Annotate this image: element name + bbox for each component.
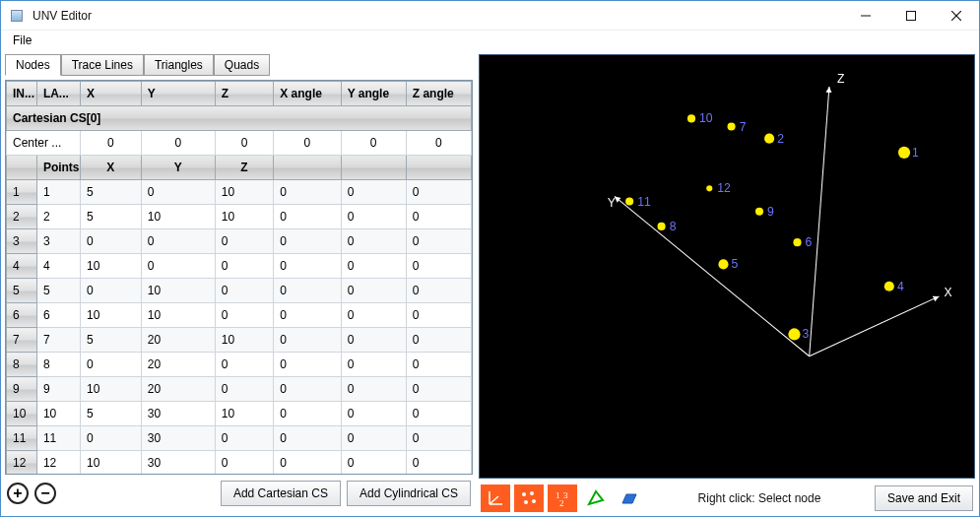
center-cell[interactable]: 0 [141, 131, 215, 156]
scene-node[interactable] [706, 185, 712, 191]
col-header[interactable]: Z angle [406, 82, 471, 106]
cell[interactable]: 0 [406, 426, 471, 451]
cell[interactable]: 0 [274, 180, 341, 205]
close-button[interactable] [934, 1, 979, 31]
cell[interactable]: 0 [274, 402, 341, 426]
add-button[interactable]: + [7, 483, 29, 504]
cell[interactable]: 5 [80, 328, 141, 353]
cell[interactable]: 0 [341, 426, 406, 451]
cell[interactable]: 0 [141, 180, 215, 205]
viewport-3d[interactable]: ZXY123456789101112 [479, 54, 975, 479]
cell[interactable]: 0 [341, 254, 406, 279]
labels-tool-icon[interactable]: 132 [548, 485, 577, 512]
cell[interactable]: 0 [80, 353, 141, 377]
row-index[interactable]: 2 [7, 205, 37, 229]
cell[interactable]: 2 [36, 205, 80, 229]
col-header[interactable]: X [80, 82, 141, 106]
cell[interactable]: 6 [36, 303, 80, 328]
scene-node[interactable] [625, 197, 633, 205]
table-row[interactable]: 7752010000 [7, 328, 472, 353]
cell[interactable]: 0 [215, 377, 274, 402]
table-row[interactable]: 115010000 [7, 180, 472, 205]
cell[interactable]: 0 [341, 205, 406, 229]
row-index[interactable]: 12 [7, 451, 37, 476]
cell[interactable]: 0 [215, 426, 274, 451]
scene-node[interactable] [718, 259, 728, 269]
cell[interactable]: 5 [36, 279, 80, 303]
cell[interactable]: 0 [406, 402, 471, 426]
cell[interactable]: 0 [341, 377, 406, 402]
cell[interactable]: 0 [215, 303, 274, 328]
cell[interactable]: 10 [80, 254, 141, 279]
scene-node[interactable] [755, 208, 763, 216]
cell[interactable]: 0 [406, 353, 471, 377]
cell[interactable]: 0 [80, 229, 141, 254]
cell[interactable]: 30 [141, 426, 215, 451]
scene-node[interactable] [728, 122, 736, 130]
cell[interactable]: 30 [141, 451, 215, 476]
tab-quads[interactable]: Quads [214, 54, 270, 76]
scene-node[interactable] [898, 147, 910, 159]
col-header[interactable]: Y [141, 82, 215, 106]
scene-node[interactable] [788, 328, 800, 340]
cell[interactable]: 0 [215, 279, 274, 303]
col-header[interactable]: IN... [7, 82, 37, 106]
row-index[interactable]: 1 [7, 180, 37, 205]
cell[interactable]: 0 [341, 328, 406, 353]
center-cell[interactable]: 0 [341, 131, 406, 156]
cell[interactable]: 0 [406, 254, 471, 279]
add-cartesian-cs-button[interactable]: Add Cartesian CS [221, 481, 341, 506]
tab-trace[interactable]: Trace Lines [61, 54, 144, 76]
minimize-button[interactable] [843, 1, 888, 31]
row-index[interactable]: 10 [7, 402, 37, 426]
table-row[interactable]: 441000000 [7, 254, 472, 279]
cell[interactable]: 0 [274, 254, 341, 279]
cell[interactable]: 0 [215, 229, 274, 254]
cell[interactable]: 0 [274, 205, 341, 229]
row-index[interactable]: 5 [7, 279, 37, 303]
points-tool-icon[interactable] [514, 485, 544, 512]
cell[interactable]: 0 [341, 451, 406, 476]
cell[interactable]: 10 [36, 402, 80, 426]
cell[interactable]: 0 [80, 279, 141, 303]
center-cell[interactable]: 0 [406, 131, 471, 156]
row-index[interactable]: 11 [7, 426, 37, 451]
cell[interactable]: 0 [141, 229, 215, 254]
cell[interactable]: 0 [341, 279, 406, 303]
table-row[interactable]: 6610100000 [7, 303, 472, 328]
table-row[interactable]: 101053010000 [7, 402, 472, 426]
cs-section-row[interactable]: Cartesian CS[0] [7, 106, 472, 131]
cell[interactable]: 10 [80, 451, 141, 476]
cell[interactable]: 10 [141, 205, 215, 229]
box-tool-icon[interactable] [615, 485, 644, 512]
scene-node[interactable] [658, 223, 666, 230]
cell[interactable]: 0 [406, 279, 471, 303]
cell[interactable]: 9 [36, 377, 80, 402]
scene-node[interactable] [687, 114, 695, 122]
cell[interactable]: 11 [36, 426, 80, 451]
cell[interactable]: 0 [274, 377, 341, 402]
cell[interactable]: 20 [141, 377, 215, 402]
col-header[interactable]: Z [215, 82, 274, 106]
cell[interactable]: 0 [406, 451, 471, 476]
cell[interactable]: 0 [341, 402, 406, 426]
row-index[interactable]: 3 [7, 229, 37, 254]
cell[interactable]: 0 [341, 180, 406, 205]
cell[interactable]: 0 [141, 254, 215, 279]
cell[interactable]: 10 [215, 205, 274, 229]
axes-tool-icon[interactable] [481, 485, 510, 512]
cell[interactable]: 5 [80, 180, 141, 205]
cell[interactable]: 0 [341, 353, 406, 377]
row-index[interactable]: 4 [7, 254, 37, 279]
cell[interactable]: 10 [215, 402, 274, 426]
cell[interactable]: 0 [215, 451, 274, 476]
cell[interactable]: 0 [341, 303, 406, 328]
cell[interactable]: 0 [215, 353, 274, 377]
cell[interactable]: 10 [141, 279, 215, 303]
cell[interactable]: 1 [36, 180, 80, 205]
cell[interactable]: 0 [341, 229, 406, 254]
center-cell[interactable]: 0 [274, 131, 341, 156]
tab-nodes[interactable]: Nodes [5, 54, 61, 76]
cell[interactable]: 0 [406, 205, 471, 229]
cell[interactable]: 0 [406, 377, 471, 402]
